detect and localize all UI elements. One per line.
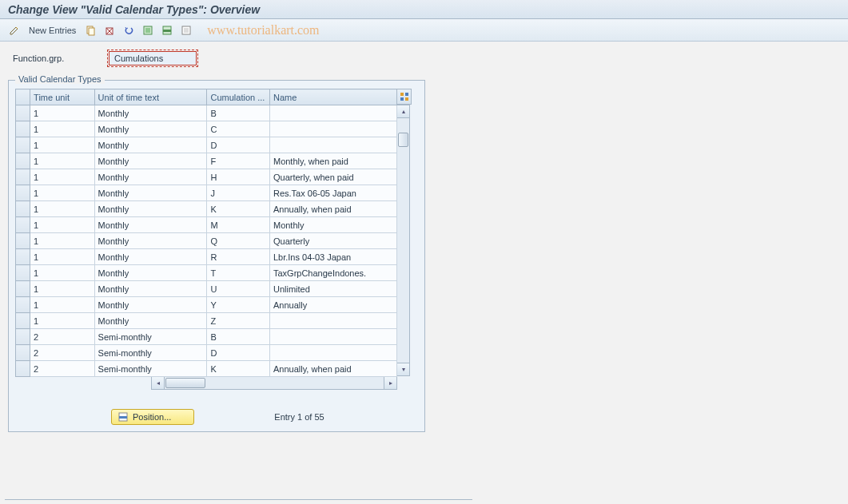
cell-cumulation[interactable]: Z xyxy=(207,313,269,329)
cell-name[interactable] xyxy=(269,121,396,137)
cell-unit-text[interactable]: Monthly xyxy=(94,169,207,185)
row-selector[interactable] xyxy=(16,249,30,265)
row-selector[interactable] xyxy=(16,185,30,201)
table-row[interactable]: 1MonthlyYAnnually xyxy=(16,297,397,313)
row-selector[interactable] xyxy=(16,345,30,361)
table-row[interactable]: 1MonthlyRLbr.Ins 04-03 Japan xyxy=(16,249,397,265)
position-button[interactable]: Position... xyxy=(111,409,194,425)
cell-unit-text[interactable]: Monthly xyxy=(94,297,207,313)
cell-cumulation[interactable]: C xyxy=(207,121,269,137)
table-row[interactable]: 1MonthlyHQuarterly, when paid xyxy=(16,169,397,185)
col-unit-text[interactable]: Unit of time text xyxy=(94,89,207,105)
cell-time-unit[interactable]: 1 xyxy=(30,297,95,313)
table-row[interactable]: 2Semi-monthlyB xyxy=(16,329,397,345)
cell-time-unit[interactable]: 1 xyxy=(30,105,95,121)
cell-time-unit[interactable]: 1 xyxy=(30,137,95,153)
cell-time-unit[interactable]: 2 xyxy=(30,329,95,345)
table-row[interactable]: 1MonthlyJRes.Tax 06-05 Japan xyxy=(16,185,397,201)
cell-time-unit[interactable]: 1 xyxy=(30,265,95,281)
table-row[interactable]: 2Semi-monthlyD xyxy=(16,345,397,361)
table-row[interactable]: 1MonthlyMMonthly xyxy=(16,217,397,233)
col-cumulation[interactable]: Cumulation ... xyxy=(207,89,269,105)
row-selector[interactable] xyxy=(16,329,30,345)
cell-cumulation[interactable]: U xyxy=(207,281,269,297)
cell-unit-text[interactable]: Monthly xyxy=(94,233,207,249)
table-row[interactable]: 1MonthlyUUnlimited xyxy=(16,281,397,297)
deselect-all-icon[interactable] xyxy=(178,22,194,38)
table-config-icon[interactable] xyxy=(397,89,412,105)
cell-time-unit[interactable]: 1 xyxy=(30,313,95,329)
cell-cumulation[interactable]: K xyxy=(207,201,269,217)
cell-cumulation[interactable]: B xyxy=(207,329,269,345)
cell-time-unit[interactable]: 1 xyxy=(30,233,95,249)
table-row[interactable]: 1MonthlyKAnnually, when paid xyxy=(16,201,397,217)
hscroll-thumb[interactable] xyxy=(165,378,205,388)
cell-name[interactable] xyxy=(269,329,396,345)
scroll-down-icon[interactable]: ▾ xyxy=(397,363,409,375)
cell-time-unit[interactable]: 1 xyxy=(30,281,95,297)
row-selector[interactable] xyxy=(16,361,30,377)
row-selector[interactable] xyxy=(16,121,30,137)
cell-cumulation[interactable]: R xyxy=(207,249,269,265)
table-row[interactable]: 1MonthlyD xyxy=(16,137,397,153)
cell-unit-text[interactable]: Monthly xyxy=(94,121,207,137)
cell-name[interactable]: Annually, when paid xyxy=(269,361,396,377)
row-selector[interactable] xyxy=(16,297,30,313)
table-row[interactable]: 1MonthlyFMonthly, when paid xyxy=(16,153,397,169)
vertical-scrollbar[interactable]: ▴ ▾ xyxy=(397,105,410,376)
cell-name[interactable]: Quarterly xyxy=(269,233,396,249)
cell-unit-text[interactable]: Monthly xyxy=(94,105,207,121)
table-row[interactable]: 1MonthlyZ xyxy=(16,313,397,329)
cell-time-unit[interactable]: 2 xyxy=(30,361,95,377)
cell-name[interactable]: Res.Tax 06-05 Japan xyxy=(269,185,396,201)
scroll-up-icon[interactable]: ▴ xyxy=(397,105,409,118)
cell-time-unit[interactable]: 1 xyxy=(30,169,95,185)
col-name[interactable]: Name xyxy=(269,89,396,105)
cell-cumulation[interactable]: J xyxy=(207,185,269,201)
cell-name[interactable] xyxy=(269,313,396,329)
cell-cumulation[interactable]: F xyxy=(207,153,269,169)
cell-name[interactable]: Lbr.Ins 04-03 Japan xyxy=(269,249,396,265)
row-selector[interactable] xyxy=(16,265,30,281)
row-selector[interactable] xyxy=(16,201,30,217)
cell-cumulation[interactable]: M xyxy=(207,217,269,233)
row-selector[interactable] xyxy=(16,313,30,329)
cell-name[interactable]: Monthly xyxy=(269,217,396,233)
undo-icon[interactable] xyxy=(121,22,137,38)
select-block-icon[interactable] xyxy=(159,22,175,38)
row-selector[interactable] xyxy=(16,105,30,121)
cell-time-unit[interactable]: 1 xyxy=(30,153,95,169)
cell-name[interactable] xyxy=(269,137,396,153)
cell-time-unit[interactable]: 1 xyxy=(30,185,95,201)
function-group-input[interactable] xyxy=(109,51,197,65)
cell-unit-text[interactable]: Monthly xyxy=(94,153,207,169)
table-row[interactable]: 1MonthlyQQuarterly xyxy=(16,233,397,249)
hscroll-track[interactable] xyxy=(165,377,384,389)
cell-cumulation[interactable]: H xyxy=(207,169,269,185)
row-selector[interactable] xyxy=(16,217,30,233)
cell-name[interactable]: TaxGrpChangeIndones. xyxy=(269,265,396,281)
cell-cumulation[interactable]: D xyxy=(207,137,269,153)
cell-cumulation[interactable]: D xyxy=(207,345,269,361)
scroll-thumb[interactable] xyxy=(398,133,408,147)
table-row[interactable]: 2Semi-monthlyKAnnually, when paid xyxy=(16,361,397,377)
horizontal-scrollbar-left[interactable]: ◂ ▸ xyxy=(151,377,397,390)
cell-time-unit[interactable]: 1 xyxy=(30,121,95,137)
row-selector[interactable] xyxy=(16,281,30,297)
table-row[interactable]: 1MonthlyC xyxy=(16,121,397,137)
scroll-track[interactable] xyxy=(397,118,409,363)
cell-name[interactable]: Annually xyxy=(269,297,396,313)
col-time-unit[interactable]: Time unit xyxy=(30,89,95,105)
row-selector[interactable] xyxy=(16,137,30,153)
row-selector[interactable] xyxy=(16,233,30,249)
cell-unit-text[interactable]: Monthly xyxy=(94,249,207,265)
cell-time-unit[interactable]: 1 xyxy=(30,201,95,217)
delete-icon[interactable] xyxy=(102,22,117,38)
cell-unit-text[interactable]: Monthly xyxy=(94,217,207,233)
cell-name[interactable]: Annually, when paid xyxy=(269,201,396,217)
cell-cumulation[interactable]: K xyxy=(207,361,269,377)
cell-unit-text[interactable]: Semi-monthly xyxy=(94,361,207,377)
table-row[interactable]: 1MonthlyB xyxy=(16,105,397,121)
new-entries-button[interactable]: New Entries xyxy=(26,26,79,35)
cell-name[interactable] xyxy=(269,345,396,361)
